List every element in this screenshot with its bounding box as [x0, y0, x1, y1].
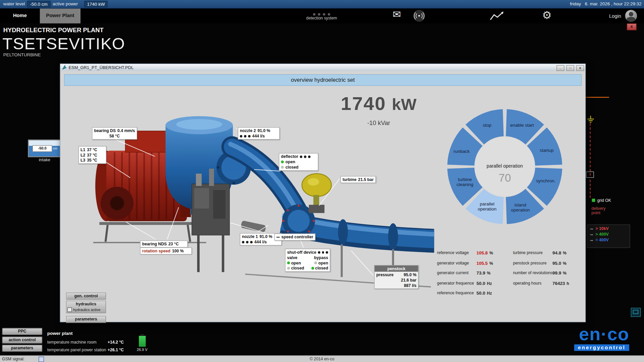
- overview-header: overview hydroelectric set: [64, 74, 582, 86]
- detection-system-button[interactable]: detection system: [287, 10, 356, 20]
- pie-label-stop: stop: [474, 123, 501, 128]
- rotation-speed-callout: rotation speed100 %: [140, 247, 192, 254]
- water-level-value: -50.0 cm: [27, 1, 51, 7]
- datetime: friday 6. mar. 2026 , hour 22:29:32: [570, 1, 641, 6]
- stator-temps-callout: L137 °C L237 °C L335 °C: [78, 146, 106, 164]
- intake-label: intake: [28, 157, 61, 162]
- bearing-nds-callout: bearing NDS23 °C: [140, 241, 188, 248]
- temp-panel-station-label: temperature panel power station: [47, 348, 106, 352]
- table-row: generator frequence50.0Hz: [437, 281, 513, 291]
- monitor-icon[interactable]: [631, 308, 641, 317]
- copyright: © 2014 en-co: [310, 357, 334, 361]
- battery-voltage: 26.9 V: [137, 348, 148, 352]
- operation-mode-pie-menu: stop enable start startup synchron. isla…: [443, 105, 566, 228]
- enco-logo: en·co energycontrol: [574, 325, 629, 351]
- gen-control-button[interactable]: gen. control: [66, 293, 106, 300]
- antenna-icon[interactable]: [413, 10, 425, 22]
- overview-window: ESM_GR1_PT_ÜBERSICHT.PDL _ □ X overview …: [60, 64, 586, 322]
- deflector-open-indicator: [281, 161, 284, 164]
- active-power-label: active power: [53, 1, 78, 6]
- tab-home[interactable]: Home: [0, 8, 40, 23]
- ppc-button[interactable]: PPC: [2, 328, 42, 335]
- window-body: overview hydroelectric set 1740kW -10 kV…: [60, 71, 585, 322]
- gear-icon[interactable]: ⚙: [542, 9, 552, 21]
- deflector-closed-indicator: [281, 166, 284, 169]
- window-close-button[interactable]: X: [576, 65, 584, 71]
- intake-level-widget: -50.0 cm: [28, 139, 61, 157]
- pie-label-island-operation: island operation: [508, 202, 533, 212]
- grid-ok-indicator: [592, 199, 595, 202]
- user-avatar[interactable]: [625, 10, 637, 22]
- level-400v: > 400V: [587, 231, 630, 236]
- pie-label-startup: startup: [533, 148, 560, 153]
- penstock-callout: penstock pressure95.0 % 21.6 bar 887 l/s: [374, 265, 419, 289]
- detection-status-dots: [287, 10, 356, 14]
- table-row: penstock pressure95.0%: [513, 260, 591, 270]
- pie-center-label: parallel operation: [480, 163, 529, 168]
- enco-logo-sub: energycontrol: [574, 344, 629, 351]
- level-dc400v: = 400V: [587, 236, 630, 242]
- window-title: ESM_GR1_PT_ÜBERSICHT.PDL: [68, 65, 133, 70]
- valve-closed-indicator: [287, 267, 290, 270]
- measurements-table-left: reference voltage105.8% generator voltag…: [437, 250, 513, 301]
- penstock-title: penstock: [375, 265, 418, 272]
- shutoff-device-callout: shut-off device valvebypass open open cl…: [285, 249, 330, 272]
- top-status-bar: water level -50.0 cm active power 1740 k…: [0, 0, 644, 9]
- feeder-line-2: [590, 180, 590, 198]
- battery-icon: [139, 335, 146, 347]
- grid-line: [584, 97, 609, 98]
- hydraulics-active-label: hydraulics active: [73, 308, 100, 312]
- status-bar: GSM signal: © 2014 en-co: [0, 355, 644, 362]
- plant-title: TSETSEVITIKO: [2, 35, 125, 53]
- window-icon: [62, 65, 67, 70]
- screen: water level -50.0 cm active power 1740 k…: [0, 0, 644, 362]
- pie-label-synchron: synchron.: [532, 178, 559, 183]
- panel-close-button[interactable]: x: [627, 23, 637, 31]
- turbine-pressure-callout: turbine21.5 bar: [340, 176, 376, 183]
- hydraulics-active-checkbox[interactable]: [67, 307, 72, 312]
- valve-open-indicator: [287, 261, 290, 264]
- table-row: generator voltage105.5%: [437, 260, 513, 270]
- active-power-value: 1740 kW: [84, 1, 108, 7]
- plant-kicker: HYDROELECTRIC POWER PLANT: [3, 26, 104, 33]
- grid-ok-label: grid OK: [597, 198, 611, 202]
- table-row: number of revolutions99.9%: [513, 270, 591, 281]
- trend-chart-icon[interactable]: [490, 11, 504, 22]
- intake-unit: cm: [53, 146, 57, 150]
- tab-power-plant[interactable]: Power Plant: [40, 8, 80, 23]
- pie-center-value: 70: [499, 172, 511, 184]
- speed-controller-callout: speed controller: [274, 234, 315, 241]
- level-10kv: > 10kV: [587, 225, 630, 231]
- plant-subtitle: PELTONTURBINE: [3, 52, 41, 57]
- pie-label-turbine-cleaning: turbine cleaning: [453, 177, 477, 187]
- table-row: reference frequence50.0Hz: [437, 291, 513, 301]
- login-label[interactable]: Login: [609, 13, 621, 19]
- nozzle2-callout: nozzle 291.0 % 444 l/s: [238, 127, 280, 140]
- window-minimize-button[interactable]: _: [556, 65, 564, 71]
- table-row: reference voltage105.8%: [437, 250, 513, 260]
- hydraulics-button[interactable]: hydraulics: [66, 301, 105, 307]
- table-row: generator current73.9%: [437, 270, 513, 281]
- mail-icon[interactable]: ✉: [393, 9, 401, 20]
- window-maximize-button[interactable]: □: [567, 65, 574, 71]
- temp-machine-room-label: temperature machine room: [47, 340, 97, 344]
- water-level-label: water level: [3, 1, 25, 6]
- bearing-ds-callout: bearing DS0.4 mm/s 58 °C: [92, 127, 137, 140]
- table-row: turbine pressure94.8%: [513, 250, 591, 260]
- temp-machine-room-value: +14.2 °C: [108, 340, 124, 344]
- table-row: operating hours76423h: [513, 281, 591, 291]
- gsm-signal-bars: [25, 358, 37, 362]
- hydraulics-panel: hydraulics hydraulics active: [66, 301, 106, 313]
- parameters-bottom-button[interactable]: parameters: [2, 345, 42, 352]
- parameters-button[interactable]: parameters: [66, 316, 106, 323]
- action-control-button[interactable]: action control: [2, 337, 42, 344]
- gsm-signal-label: GSM signal:: [2, 357, 24, 361]
- measurements-table-right: turbine pressure94.8% penstock pressure9…: [513, 250, 591, 291]
- detection-system-label: detection system: [287, 16, 356, 20]
- bypass-closed-indicator: [311, 267, 314, 270]
- breaker-symbol: [586, 172, 594, 178]
- temp-panel-station-value: +26.1 °C: [108, 348, 124, 352]
- window-titlebar[interactable]: ESM_GR1_PT_ÜBERSICHT.PDL _ □ X: [60, 64, 585, 71]
- pie-label-enable-start: enable start: [507, 123, 537, 128]
- pie-label-runback: runback: [448, 148, 475, 154]
